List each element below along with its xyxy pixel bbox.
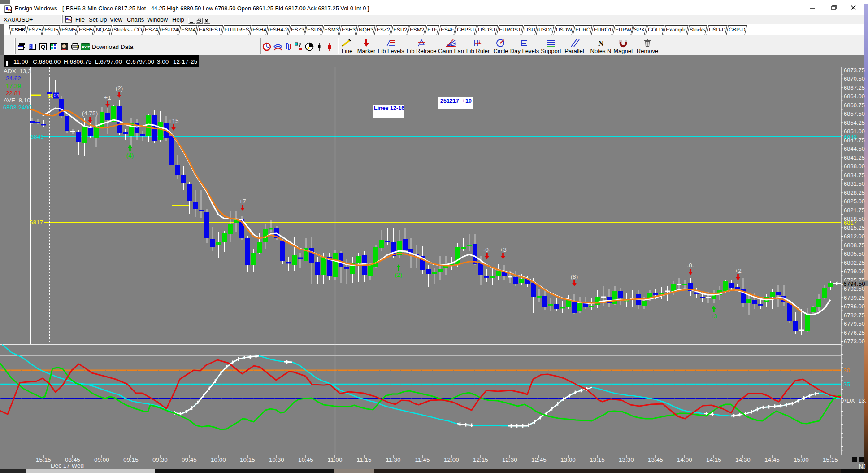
svg-text:6841.25: 6841.25 bbox=[844, 154, 865, 161]
svg-text:+2: +2 bbox=[734, 267, 741, 274]
svg-text:(2): (2) bbox=[116, 85, 123, 92]
svg-text:6817: 6817 bbox=[844, 219, 857, 226]
svg-text:(2): (2) bbox=[395, 272, 403, 278]
svg-text:+15: +15 bbox=[169, 118, 179, 124]
svg-text:6779.50: 6779.50 bbox=[844, 320, 865, 327]
svg-text:6854.25: 6854.25 bbox=[844, 119, 865, 126]
svg-text:Lines 12-16: Lines 12-16 bbox=[374, 105, 404, 111]
svg-text:15:15: 15:15 bbox=[36, 456, 51, 463]
svg-text:11:00: 11:00 bbox=[328, 456, 343, 463]
svg-text:12:15: 12:15 bbox=[473, 456, 488, 463]
svg-text:(4.75): (4.75) bbox=[82, 110, 98, 117]
svg-text:6870.50: 6870.50 bbox=[844, 75, 865, 82]
svg-text:14:15: 14:15 bbox=[706, 456, 721, 463]
svg-text:6844.50: 6844.50 bbox=[844, 145, 865, 152]
svg-text:15:00: 15:00 bbox=[794, 456, 809, 463]
svg-text:6776.25: 6776.25 bbox=[844, 329, 865, 336]
svg-text:(8): (8) bbox=[571, 273, 578, 280]
svg-text:10:45: 10:45 bbox=[298, 456, 313, 463]
svg-text:13:30: 13:30 bbox=[619, 456, 634, 463]
svg-text:17.39: 17.39 bbox=[6, 83, 21, 89]
svg-text:22.81: 22.81 bbox=[6, 90, 21, 96]
svg-text:24.62: 24.62 bbox=[6, 75, 21, 82]
svg-text:6864.00: 6864.00 bbox=[844, 93, 865, 100]
svg-text:(4): (4) bbox=[126, 152, 134, 159]
svg-text:NJ: NJ bbox=[859, 464, 866, 470]
svg-text:14:45: 14:45 bbox=[764, 456, 780, 463]
svg-text:6812.00: 6812.00 bbox=[844, 233, 865, 240]
svg-text:ADX 13,: ADX 13, bbox=[842, 397, 867, 404]
svg-text:6825.00: 6825.00 bbox=[844, 198, 865, 205]
svg-text:10:15: 10:15 bbox=[240, 456, 255, 463]
svg-text:6867.25: 6867.25 bbox=[844, 84, 865, 91]
svg-text:25: 25 bbox=[843, 381, 850, 388]
svg-text:6857.50: 6857.50 bbox=[844, 110, 865, 117]
svg-text:14:30: 14:30 bbox=[735, 456, 751, 463]
svg-text:11:45: 11:45 bbox=[415, 456, 430, 463]
svg-text:6849: 6849 bbox=[844, 134, 857, 140]
svg-text:ADX 13,3: ADX 13,3 bbox=[4, 68, 31, 74]
svg-text:09:30: 09:30 bbox=[152, 456, 168, 463]
svg-text:09:15: 09:15 bbox=[123, 456, 139, 463]
svg-text:+1: +1 bbox=[104, 94, 111, 101]
svg-text:6860.75: 6860.75 bbox=[844, 102, 865, 109]
svg-text:68: 68 bbox=[48, 93, 54, 99]
svg-text:12:00: 12:00 bbox=[444, 456, 459, 463]
svg-text:6828.25: 6828.25 bbox=[844, 189, 865, 196]
svg-text:12:30: 12:30 bbox=[502, 456, 517, 463]
svg-text:+7: +7 bbox=[239, 198, 246, 205]
svg-text:10:00: 10:00 bbox=[211, 456, 226, 463]
svg-text:6803.2490: 6803.2490 bbox=[3, 104, 32, 111]
svg-text:6799.00: 6799.00 bbox=[844, 268, 865, 275]
svg-text:11:15: 11:15 bbox=[357, 456, 372, 463]
svg-text:12:45: 12:45 bbox=[531, 456, 547, 463]
svg-text:AVE 8,10: AVE 8,10 bbox=[4, 97, 30, 104]
svg-text:251217 +10: 251217 +10 bbox=[440, 98, 472, 104]
svg-text:15:15: 15:15 bbox=[823, 456, 838, 463]
svg-text:6831.50: 6831.50 bbox=[844, 180, 865, 187]
svg-text:10:30: 10:30 bbox=[269, 456, 284, 463]
svg-text:6849: 6849 bbox=[30, 133, 44, 140]
svg-text:-0-: -0- bbox=[483, 246, 491, 253]
svg-text:6873.75: 6873.75 bbox=[844, 67, 865, 74]
svg-text:6834.75: 6834.75 bbox=[844, 172, 865, 179]
svg-text:6802.25: 6802.25 bbox=[844, 259, 865, 266]
svg-text:14:00: 14:00 bbox=[677, 456, 692, 463]
svg-text:6808.75: 6808.75 bbox=[844, 242, 865, 249]
svg-text:6805.50: 6805.50 bbox=[844, 250, 865, 257]
svg-text:09:00: 09:00 bbox=[94, 456, 109, 463]
svg-text:+3: +3 bbox=[710, 313, 717, 320]
svg-text:+3: +3 bbox=[499, 246, 506, 253]
svg-text:30: 30 bbox=[843, 367, 850, 374]
svg-text:-0-: -0- bbox=[687, 262, 694, 269]
svg-text:6782.75: 6782.75 bbox=[844, 312, 865, 319]
svg-text:11:30: 11:30 bbox=[386, 456, 401, 463]
svg-text:6789.25: 6789.25 bbox=[844, 294, 865, 301]
svg-text:6773.00: 6773.00 bbox=[844, 338, 865, 345]
svg-text:Dec 17 Wed: Dec 17 Wed bbox=[51, 462, 84, 469]
svg-text:04: 04 bbox=[54, 93, 59, 98]
svg-text:6794.50: 6794.50 bbox=[843, 280, 865, 287]
svg-text:6817: 6817 bbox=[30, 219, 43, 226]
svg-text:6838.00: 6838.00 bbox=[844, 163, 865, 170]
svg-text:09:45: 09:45 bbox=[182, 456, 197, 463]
svg-text:6786.00: 6786.00 bbox=[844, 303, 865, 310]
svg-text:13:00: 13:00 bbox=[560, 456, 576, 463]
svg-text:13:15: 13:15 bbox=[590, 456, 605, 463]
svg-text:13:45: 13:45 bbox=[648, 456, 663, 463]
svg-text:6821.75: 6821.75 bbox=[844, 207, 865, 214]
